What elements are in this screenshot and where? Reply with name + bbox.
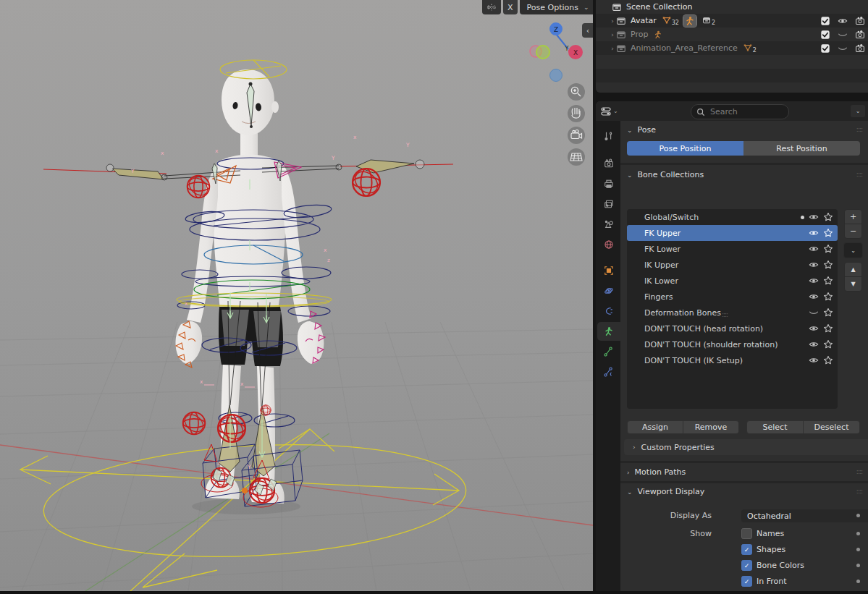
panel-drag-handle[interactable]: ::::	[856, 171, 862, 178]
star-icon[interactable]	[823, 292, 833, 302]
tab-tool[interactable]	[597, 127, 620, 145]
star-icon[interactable]	[823, 212, 833, 222]
tab-bone[interactable]	[597, 342, 620, 361]
list-item[interactable]: DON'T TOUCH (IK Setup)	[627, 352, 838, 368]
move-down-button[interactable]: ▼	[844, 276, 862, 292]
checkbox-icon[interactable]	[820, 30, 830, 40]
panel-drag-handle[interactable]: ::::	[856, 488, 862, 495]
search-field[interactable]	[691, 104, 789, 119]
3d-viewport[interactable]: x Y x x Y Y x x x x z z Y Z X Y	[0, 0, 593, 591]
assign-button[interactable]: Assign	[627, 420, 683, 434]
pose-panel-header[interactable]: ⌄ Pose	[627, 125, 656, 135]
outliner-row-scene-collection[interactable]: Scene Collection	[596, 0, 868, 14]
panel-drag-handle[interactable]: ::::	[856, 126, 862, 133]
specials-menu-button[interactable]: ⌄	[843, 242, 863, 258]
remove-collection-button[interactable]: −	[844, 224, 862, 239]
sidebar-toggle[interactable]: ‹	[582, 23, 594, 38]
tab-world[interactable]	[597, 235, 620, 254]
list-item[interactable]: FK Lower	[627, 241, 838, 257]
eye-closed-icon[interactable]	[838, 30, 848, 40]
checkbox-icon[interactable]	[820, 43, 830, 54]
move-up-button[interactable]: ▲	[844, 262, 862, 277]
decorator-dot[interactable]	[856, 514, 860, 517]
in-front-checkbox[interactable]: ✓	[741, 576, 752, 587]
editor-divider[interactable]	[596, 93, 868, 101]
eye-icon[interactable]	[809, 244, 819, 254]
editor-type-button[interactable]: ⌄	[600, 106, 618, 117]
list-item[interactable]: Global/Switch	[627, 209, 838, 225]
motion-paths-header[interactable]: › Motion Paths	[627, 467, 686, 477]
decorator-dot[interactable]	[856, 532, 860, 535]
star-icon[interactable]	[823, 355, 833, 365]
armature-active-badge[interactable]	[683, 15, 696, 27]
eye-closed-icon[interactable]	[838, 43, 848, 54]
outliner-row-animation-area[interactable]: › Animation_Area_Reference 2	[596, 41, 868, 55]
names-checkbox[interactable]	[741, 528, 752, 539]
expand-icon[interactable]: ›	[609, 45, 616, 52]
display-as-dropdown[interactable]: Octahedral ⌄	[741, 509, 868, 522]
eye-icon[interactable]	[809, 323, 819, 334]
eye-icon[interactable]	[809, 260, 819, 270]
zoom-button[interactable]	[568, 83, 585, 101]
ortho-toggle-button[interactable]	[568, 148, 585, 166]
list-resize-handle[interactable]: ::::	[722, 311, 728, 318]
tab-scene[interactable]	[597, 215, 620, 234]
tab-object-constraints[interactable]	[597, 302, 620, 321]
expand-icon[interactable]: ›	[609, 31, 616, 38]
pan-button[interactable]	[568, 105, 585, 122]
eye-icon[interactable]	[809, 355, 819, 365]
list-item[interactable]: DON'T TOUCH (shoulder rotation)	[627, 336, 838, 352]
tab-view-layer[interactable]	[597, 195, 620, 213]
gizmo-y-axis[interactable]	[536, 46, 549, 59]
select-button[interactable]: Select	[746, 420, 804, 434]
list-item-selected[interactable]: FK Upper	[627, 225, 838, 241]
eye-icon[interactable]	[809, 212, 819, 222]
tab-bone-constraints[interactable]	[597, 362, 620, 381]
panel-drag-handle[interactable]: ::::	[856, 468, 862, 475]
camera-render-icon[interactable]	[855, 30, 865, 40]
outliner-row-avatar[interactable]: › Avatar 32 2	[596, 14, 868, 27]
custom-properties-header[interactable]: › Custom Properties	[624, 439, 868, 455]
star-icon[interactable]	[823, 323, 833, 334]
tab-output[interactable]	[597, 174, 620, 193]
eye-icon[interactable]	[809, 339, 819, 349]
mirror-x-toggle[interactable]: X	[503, 0, 518, 14]
eye-icon[interactable]	[809, 292, 819, 302]
eye-icon[interactable]	[809, 228, 819, 238]
rest-position-button[interactable]: Rest Position	[743, 141, 860, 156]
list-item[interactable]: IK Upper	[627, 257, 838, 273]
star-icon[interactable]	[823, 307, 833, 318]
bone-colors-checkbox[interactable]: ✓	[741, 560, 752, 571]
expand-icon[interactable]: ›	[609, 17, 616, 25]
search-input[interactable]	[709, 106, 770, 117]
pose-options-dropdown[interactable]: Pose Options ⌄	[520, 0, 597, 14]
decorator-dot[interactable]	[856, 564, 860, 567]
star-icon[interactable]	[823, 244, 833, 254]
camera-render-icon[interactable]	[855, 43, 865, 54]
shapes-checkbox[interactable]: ✓	[741, 544, 752, 555]
list-item[interactable]: Deformation Bones	[627, 305, 838, 321]
tab-object[interactable]	[597, 261, 620, 280]
panel-options-button[interactable]: ⌄	[851, 105, 865, 117]
star-icon[interactable]	[823, 260, 833, 270]
add-collection-button[interactable]: +	[844, 209, 862, 224]
list-item[interactable]: Fingers	[627, 289, 838, 305]
eye-closed-icon[interactable]	[809, 307, 819, 318]
eye-icon[interactable]	[809, 276, 819, 286]
star-icon[interactable]	[823, 228, 833, 238]
camera-view-button[interactable]	[568, 127, 585, 144]
decorator-dot[interactable]	[856, 548, 860, 551]
x-mirror-button[interactable]	[482, 0, 501, 14]
viewport-display-header[interactable]: ⌄ Viewport Display	[627, 487, 704, 496]
camera-render-icon[interactable]	[855, 16, 865, 26]
pose-position-button[interactable]: Pose Position	[627, 141, 743, 156]
list-item[interactable]: IK Lower	[627, 273, 838, 289]
eye-icon[interactable]	[838, 16, 848, 26]
remove-button[interactable]: Remove	[683, 420, 739, 434]
list-item[interactable]: DON'T TOUCH (head rotation)	[627, 321, 838, 336]
tab-physics[interactable]	[597, 281, 620, 300]
checkbox-icon[interactable]	[820, 16, 830, 26]
deselect-button[interactable]: Deselect	[804, 420, 860, 434]
bone-collections-header[interactable]: ⌄ Bone Collections	[627, 170, 704, 179]
tab-render[interactable]	[597, 154, 620, 173]
